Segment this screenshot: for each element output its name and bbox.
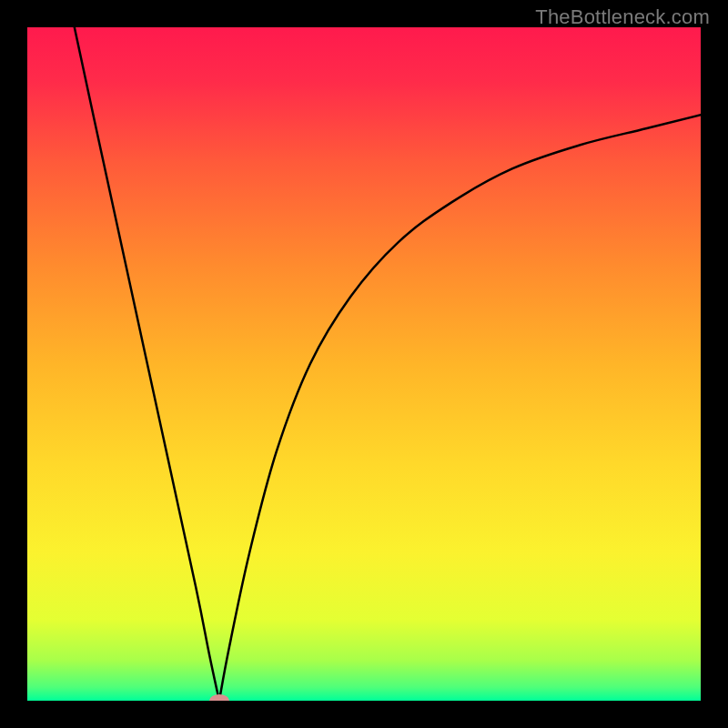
watermark-text: TheBottleneck.com: [535, 5, 710, 29]
plot-area: [27, 27, 701, 701]
optimal-point-marker: [209, 694, 229, 701]
chart-frame: TheBottleneck.com: [0, 0, 728, 728]
curve-right-branch: [219, 115, 701, 701]
curve-left-branch: [75, 27, 219, 701]
bottleneck-curve: [27, 27, 701, 701]
